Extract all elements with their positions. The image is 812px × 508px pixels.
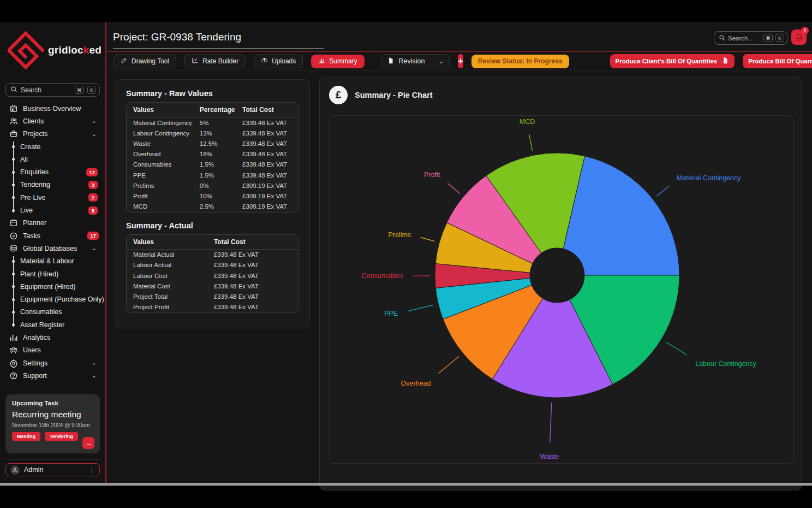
table-cell: £339.48 Ex VAT <box>242 130 291 137</box>
page-title: Project: GR-0938 Tendering <box>113 31 324 49</box>
sidebar-item-label: Clients <box>23 117 87 125</box>
sidebar-item-pre-live[interactable]: Pre-Live 2 <box>0 191 105 204</box>
review-status-button[interactable]: Review Status: In Progress <box>471 55 569 68</box>
tag-tendering: Tendering <box>45 432 78 441</box>
sidebar-item-label: Global Databases <box>23 245 87 252</box>
sidebar-item-equipment-purchase-only-[interactable]: Equipment (Purchase Only) <box>0 293 105 305</box>
open-task-button[interactable]: → <box>82 437 94 449</box>
tree-dot <box>12 145 15 148</box>
avatar <box>10 465 20 475</box>
tree-dot <box>12 298 15 301</box>
table-header-row: ValuesPercentageTotal Cost <box>127 103 298 117</box>
sidebar-item-plant-hired-[interactable]: Plant (Hired) <box>0 268 105 280</box>
sidebar-item-tendering[interactable]: Tendering 3 <box>0 179 105 191</box>
sidebar-item-material-labour[interactable]: Material & Labour <box>0 255 105 268</box>
sidebar-item-label: Live <box>20 206 88 214</box>
sidebar: gridlocked Search ⌘ K Business Overview … <box>0 22 106 483</box>
table-cell: Waste <box>133 140 200 147</box>
sidebar-item-label: Tasks <box>23 232 82 240</box>
table-cell: £309.19 Ex VAT <box>242 182 291 189</box>
sidebar-item-projects[interactable]: Projects ⌄ <box>0 128 105 140</box>
sidebar-item-planner[interactable]: Planner <box>0 217 105 229</box>
sidebar-item-clients[interactable]: Clients ⌄ <box>0 115 105 127</box>
projects-icon <box>9 129 18 138</box>
tree-dot <box>12 323 15 326</box>
sidebar-item-equipment-hired-[interactable]: Equipment (Hired) <box>0 280 105 293</box>
produce-button-1[interactable]: Produce Bill Of Quantities <box>743 54 812 68</box>
table-header-row: ValuesTotal Cost <box>127 235 298 250</box>
table-cell: £339.48 Ex VAT <box>242 161 291 168</box>
sidebar-item-all[interactable]: All <box>0 153 105 166</box>
revision-dropdown[interactable]: Revision ⌄ <box>381 54 450 68</box>
k-key-badge: K <box>87 86 96 94</box>
table-cell: Overhead <box>133 151 200 157</box>
table-cell: Project Total <box>133 293 214 300</box>
pencil-icon <box>121 57 128 66</box>
sidebar-item-asset-register[interactable]: Asset Register <box>0 318 105 331</box>
sidebar-item-enquiries[interactable]: Enquiries 12 <box>0 166 105 178</box>
sidebar-item-label: Asset Register <box>20 321 105 329</box>
sidebar-item-users[interactable]: Users <box>0 344 105 357</box>
sidebar-item-tasks[interactable]: Tasks 17 <box>0 229 105 242</box>
pie-label-line <box>656 186 669 196</box>
table-row: Overhead18%£339.48 Ex VAT <box>127 149 298 160</box>
sidebar-item-live[interactable]: Live 5 <box>0 204 105 216</box>
table-cell: 18% <box>200 151 242 157</box>
tab-drawing-tool[interactable]: Drawing Tool <box>114 55 176 68</box>
count-badge: 17 <box>87 232 99 240</box>
tab-label: Summary <box>329 57 357 65</box>
sidebar-search-input[interactable]: Search ⌘ K <box>5 83 100 97</box>
sidebar-item-business-overview[interactable]: Business Overview <box>0 102 105 115</box>
users-icon <box>9 346 18 355</box>
table-cell: Labour Cost <box>133 273 214 279</box>
tab-uploads[interactable]: Uploads <box>254 55 303 68</box>
table-cell: Material Actual <box>133 251 214 258</box>
pound-icon: £ <box>329 86 348 104</box>
brand-name: gridlocked <box>48 44 101 56</box>
sidebar-item-consumables[interactable]: Consumables <box>0 306 105 318</box>
sidebar-item-label: Equipment (Hired) <box>20 283 105 291</box>
tab-label: Rate Builder <box>202 57 238 65</box>
sidebar-item-support[interactable]: Support ⌄ <box>0 369 105 382</box>
sidebar-item-label: Consumables <box>20 308 105 316</box>
notifications-button[interactable]: 2 <box>791 29 807 45</box>
bell-icon <box>795 33 803 42</box>
table-cell: MCD <box>133 203 200 210</box>
produce-button-0[interactable]: Produce Client's Bill Of Quantities <box>610 54 735 68</box>
table-cell: 12.5% <box>200 140 242 147</box>
sidebar-item-global-databases[interactable]: Global Databases ⌄ <box>0 242 105 255</box>
chevron-down-icon: ⌄ <box>439 58 444 64</box>
table-cell: £339.48 Ex VAT <box>242 151 291 157</box>
tab-rate-builder[interactable]: Rate Builder <box>184 55 246 68</box>
count-badge: 3 <box>88 181 98 189</box>
pie-label: Profit <box>424 171 440 179</box>
table-row: Prelims0%£309.19 Ex VAT <box>127 180 298 191</box>
tab-label: Uploads <box>272 57 296 65</box>
tree-dot <box>12 260 15 263</box>
table-cell: Project Profit <box>133 304 214 310</box>
tree-dot <box>12 184 15 186</box>
tab-summary[interactable]: Summary <box>311 55 364 68</box>
table-row: Labour Actual£339.48 Ex VAT <box>127 260 298 270</box>
actual-table: ValuesTotal CostMaterial Actual£339.48 E… <box>126 234 298 313</box>
count-badge: 2 <box>88 193 98 202</box>
table-row: Project Total£339.48 Ex VAT <box>127 291 298 302</box>
sidebar-item-analytics[interactable]: Analytics <box>0 331 105 344</box>
table-row: PPE1.5%£339.48 Ex VAT <box>127 170 298 180</box>
sidebar-item-label: Pre-Live <box>20 194 88 202</box>
table-row: Project Profit£339.48 Ex VAT <box>127 302 298 312</box>
table-cell: Labour Actual <box>133 262 214 268</box>
global-search-input[interactable]: Search... ⌘ K <box>714 31 787 45</box>
pie-label: Waste <box>540 453 559 460</box>
pie-label-line <box>529 134 533 150</box>
app-window: gridlocked Search ⌘ K Business Overview … <box>0 22 812 483</box>
account-menu[interactable]: Admin ⋮ <box>5 463 100 476</box>
sidebar-item-settings[interactable]: Settings ⌄ <box>0 357 105 369</box>
chevron-down-icon: ⌄ <box>92 117 97 125</box>
pie-label: Consumables <box>362 272 403 280</box>
add-revision-button[interactable]: + <box>458 54 463 68</box>
account-name: Admin <box>24 466 43 474</box>
table-cell: Prelims <box>133 182 200 189</box>
sidebar-item-create[interactable]: Create <box>0 140 105 153</box>
table-cell: Labour Contingency <box>133 130 200 137</box>
